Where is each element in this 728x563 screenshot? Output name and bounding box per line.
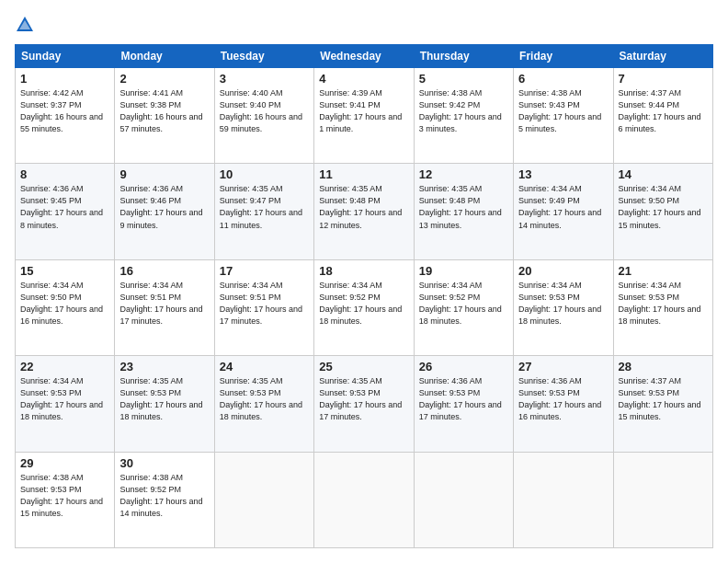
day-number: 27 <box>518 360 608 373</box>
week-row-1: 1 Sunrise: 4:42 AMSunset: 9:37 PMDayligh… <box>16 68 713 164</box>
col-header-wednesday: Wednesday <box>314 45 414 68</box>
day-info: Sunrise: 4:38 AMSunset: 9:52 PMDaylight:… <box>119 473 202 518</box>
day-info: Sunrise: 4:34 AMSunset: 9:53 PMDaylight:… <box>619 281 701 326</box>
day-info: Sunrise: 4:38 AMSunset: 9:43 PMDaylight:… <box>518 88 601 133</box>
week-row-5: 29 Sunrise: 4:38 AMSunset: 9:53 PMDaylig… <box>16 452 713 547</box>
day-info: Sunrise: 4:34 AMSunset: 9:53 PMDaylight:… <box>518 281 601 326</box>
calendar-cell: 1 Sunrise: 4:42 AMSunset: 9:37 PMDayligh… <box>16 68 115 164</box>
calendar-cell: 26 Sunrise: 4:36 AMSunset: 9:53 PMDaylig… <box>414 356 513 452</box>
day-info: Sunrise: 4:37 AMSunset: 9:44 PMDaylight:… <box>619 88 701 133</box>
col-header-tuesday: Tuesday <box>214 45 313 68</box>
calendar-cell: 6 Sunrise: 4:38 AMSunset: 9:43 PMDayligh… <box>514 68 613 164</box>
calendar-cell: 11 Sunrise: 4:35 AMSunset: 9:48 PMDaylig… <box>314 164 414 259</box>
calendar-cell: 20 Sunrise: 4:34 AMSunset: 9:53 PMDaylig… <box>514 259 613 355</box>
calendar-cell: 15 Sunrise: 4:34 AMSunset: 9:50 PMDaylig… <box>16 259 115 355</box>
calendar-cell <box>613 452 712 547</box>
day-number: 16 <box>119 264 209 278</box>
day-number: 6 <box>518 72 608 86</box>
day-number: 17 <box>220 264 309 278</box>
calendar-cell <box>214 452 313 547</box>
calendar-cell: 5 Sunrise: 4:38 AMSunset: 9:42 PMDayligh… <box>414 68 513 164</box>
logo-icon <box>15 15 35 35</box>
day-info: Sunrise: 4:35 AMSunset: 9:48 PMDaylight:… <box>319 184 402 229</box>
day-number: 28 <box>619 360 708 373</box>
day-number: 24 <box>220 360 309 373</box>
col-header-friday: Friday <box>514 45 613 68</box>
calendar-header-row: SundayMondayTuesdayWednesdayThursdayFrid… <box>16 45 713 68</box>
calendar-cell: 7 Sunrise: 4:37 AMSunset: 9:44 PMDayligh… <box>613 68 712 164</box>
day-info: Sunrise: 4:36 AMSunset: 9:46 PMDaylight:… <box>119 184 202 229</box>
col-header-sunday: Sunday <box>16 45 115 68</box>
day-number: 21 <box>619 264 708 278</box>
day-number: 15 <box>20 264 109 278</box>
day-number: 29 <box>20 456 109 470</box>
calendar-cell: 2 Sunrise: 4:41 AMSunset: 9:38 PMDayligh… <box>115 68 214 164</box>
calendar-cell: 24 Sunrise: 4:35 AMSunset: 9:53 PMDaylig… <box>214 356 313 452</box>
week-row-2: 8 Sunrise: 4:36 AMSunset: 9:45 PMDayligh… <box>16 164 713 259</box>
calendar-cell: 27 Sunrise: 4:36 AMSunset: 9:53 PMDaylig… <box>514 356 613 452</box>
header <box>15 15 713 35</box>
day-number: 19 <box>419 264 508 278</box>
day-number: 20 <box>518 264 608 278</box>
day-info: Sunrise: 4:34 AMSunset: 9:50 PMDaylight:… <box>20 281 103 326</box>
week-row-3: 15 Sunrise: 4:34 AMSunset: 9:50 PMDaylig… <box>16 259 713 355</box>
day-info: Sunrise: 4:38 AMSunset: 9:53 PMDaylight:… <box>20 473 103 518</box>
col-header-saturday: Saturday <box>613 45 712 68</box>
day-info: Sunrise: 4:34 AMSunset: 9:49 PMDaylight:… <box>518 184 601 229</box>
calendar-cell: 10 Sunrise: 4:35 AMSunset: 9:47 PMDaylig… <box>214 164 313 259</box>
logo <box>15 15 37 35</box>
day-number: 7 <box>619 72 708 86</box>
calendar-cell: 4 Sunrise: 4:39 AMSunset: 9:41 PMDayligh… <box>314 68 414 164</box>
day-info: Sunrise: 4:36 AMSunset: 9:45 PMDaylight:… <box>20 184 103 229</box>
week-row-4: 22 Sunrise: 4:34 AMSunset: 9:53 PMDaylig… <box>16 356 713 452</box>
calendar-cell <box>314 452 414 547</box>
day-number: 30 <box>119 456 209 470</box>
day-number: 5 <box>419 72 508 86</box>
day-info: Sunrise: 4:38 AMSunset: 9:42 PMDaylight:… <box>419 88 502 133</box>
calendar-cell: 12 Sunrise: 4:35 AMSunset: 9:48 PMDaylig… <box>414 164 513 259</box>
calendar-cell: 17 Sunrise: 4:34 AMSunset: 9:51 PMDaylig… <box>214 259 313 355</box>
calendar-cell: 19 Sunrise: 4:34 AMSunset: 9:52 PMDaylig… <box>414 259 513 355</box>
day-info: Sunrise: 4:34 AMSunset: 9:52 PMDaylight:… <box>319 281 402 326</box>
day-number: 9 <box>119 167 209 181</box>
day-number: 18 <box>319 264 408 278</box>
day-info: Sunrise: 4:35 AMSunset: 9:48 PMDaylight:… <box>419 184 502 229</box>
calendar-cell: 8 Sunrise: 4:36 AMSunset: 9:45 PMDayligh… <box>16 164 115 259</box>
day-info: Sunrise: 4:34 AMSunset: 9:51 PMDaylight:… <box>119 281 202 326</box>
day-number: 13 <box>518 167 608 181</box>
calendar-cell: 18 Sunrise: 4:34 AMSunset: 9:52 PMDaylig… <box>314 259 414 355</box>
calendar-cell: 22 Sunrise: 4:34 AMSunset: 9:53 PMDaylig… <box>16 356 115 452</box>
calendar-cell: 14 Sunrise: 4:34 AMSunset: 9:50 PMDaylig… <box>613 164 712 259</box>
day-info: Sunrise: 4:34 AMSunset: 9:52 PMDaylight:… <box>419 281 502 326</box>
calendar-cell: 3 Sunrise: 4:40 AMSunset: 9:40 PMDayligh… <box>214 68 313 164</box>
col-header-thursday: Thursday <box>414 45 513 68</box>
calendar-cell: 29 Sunrise: 4:38 AMSunset: 9:53 PMDaylig… <box>16 452 115 547</box>
day-number: 2 <box>119 72 209 86</box>
day-info: Sunrise: 4:36 AMSunset: 9:53 PMDaylight:… <box>419 376 502 421</box>
calendar-cell: 30 Sunrise: 4:38 AMSunset: 9:52 PMDaylig… <box>115 452 214 547</box>
day-info: Sunrise: 4:35 AMSunset: 9:47 PMDaylight:… <box>220 184 302 229</box>
day-info: Sunrise: 4:35 AMSunset: 9:53 PMDaylight:… <box>119 376 202 421</box>
day-info: Sunrise: 4:34 AMSunset: 9:50 PMDaylight:… <box>619 184 701 229</box>
day-info: Sunrise: 4:35 AMSunset: 9:53 PMDaylight:… <box>319 376 402 421</box>
col-header-monday: Monday <box>115 45 214 68</box>
day-number: 10 <box>220 167 309 181</box>
calendar-cell: 21 Sunrise: 4:34 AMSunset: 9:53 PMDaylig… <box>613 259 712 355</box>
calendar-table: SundayMondayTuesdayWednesdayThursdayFrid… <box>15 44 713 548</box>
day-info: Sunrise: 4:39 AMSunset: 9:41 PMDaylight:… <box>319 88 402 133</box>
calendar-cell: 23 Sunrise: 4:35 AMSunset: 9:53 PMDaylig… <box>115 356 214 452</box>
day-number: 8 <box>20 167 109 181</box>
calendar-cell: 16 Sunrise: 4:34 AMSunset: 9:51 PMDaylig… <box>115 259 214 355</box>
calendar-cell: 9 Sunrise: 4:36 AMSunset: 9:46 PMDayligh… <box>115 164 214 259</box>
day-info: Sunrise: 4:34 AMSunset: 9:51 PMDaylight:… <box>220 281 302 326</box>
calendar-cell: 28 Sunrise: 4:37 AMSunset: 9:53 PMDaylig… <box>613 356 712 452</box>
day-info: Sunrise: 4:41 AMSunset: 9:38 PMDaylight:… <box>119 88 202 133</box>
day-info: Sunrise: 4:36 AMSunset: 9:53 PMDaylight:… <box>518 376 601 421</box>
day-number: 22 <box>20 360 109 373</box>
day-info: Sunrise: 4:40 AMSunset: 9:40 PMDaylight:… <box>220 88 302 133</box>
day-number: 25 <box>319 360 408 373</box>
day-number: 26 <box>419 360 508 373</box>
day-info: Sunrise: 4:34 AMSunset: 9:53 PMDaylight:… <box>20 376 103 421</box>
calendar-cell <box>514 452 613 547</box>
page: SundayMondayTuesdayWednesdayThursdayFrid… <box>0 0 728 563</box>
